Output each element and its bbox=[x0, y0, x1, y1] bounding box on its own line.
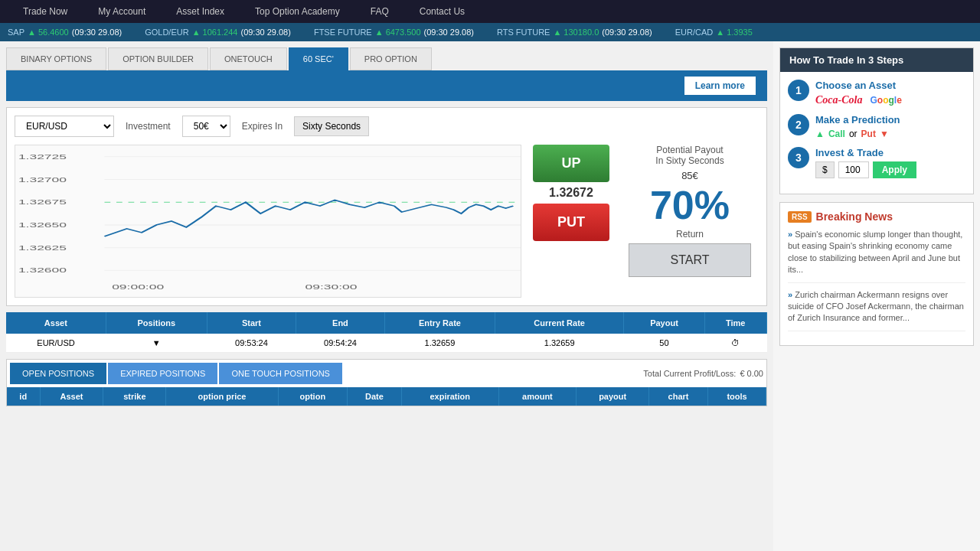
tab-open-positions[interactable]: OPEN POSITIONS bbox=[10, 363, 106, 384]
news-arrow-1: » bbox=[788, 230, 792, 239]
news-item-2: » Zurich chairman Ackermann resigns over… bbox=[788, 289, 965, 331]
profit-loss: Total Current Profit/Loss: € 0.00 bbox=[643, 369, 763, 378]
trading-area: EUR/USD Investment 50€ Expires In Sixty … bbox=[6, 107, 767, 306]
return-label: Return bbox=[676, 229, 704, 240]
ticker-sap: SAP ▲ 56.4600 (09:30 29.08) bbox=[8, 28, 122, 37]
put-text: Put bbox=[861, 129, 876, 139]
tab-onetouch[interactable]: ONETOUCH bbox=[210, 47, 287, 70]
ticker-rts: RTS FUTURE ▲ 130180.0 (09:30 29.08) bbox=[497, 28, 652, 37]
trade-buttons: UP 1.32672 PUT bbox=[529, 145, 613, 298]
top-nav: Trade Now My Account Asset Index Top Opt… bbox=[0, 0, 980, 23]
svg-text:1.32650: 1.32650 bbox=[18, 221, 67, 229]
main-tabs: BINARY OPTIONS OPTION BUILDER ONETOUCH 6… bbox=[6, 47, 767, 70]
put-button[interactable]: PUT bbox=[533, 204, 609, 241]
tab-binary-options[interactable]: BINARY OPTIONS bbox=[6, 47, 106, 70]
bottom-col-option-price: option price bbox=[166, 387, 279, 406]
bottom-col-asset: Asset bbox=[40, 387, 103, 406]
col-current-rate: Current Rate bbox=[495, 312, 623, 334]
apply-button[interactable]: Apply bbox=[873, 161, 916, 178]
bottom-col-chart: chart bbox=[649, 387, 708, 406]
ticker-ftse: FTSE FUTURE ▲ 6473.500 (09:30 29.08) bbox=[314, 28, 474, 37]
bottom-col-payout: payout bbox=[577, 387, 649, 406]
svg-text:1.32675: 1.32675 bbox=[18, 198, 67, 206]
bottom-col-expiration: expiration bbox=[401, 387, 498, 406]
tab-one-touch-positions[interactable]: ONE TOUCH POSITIONS bbox=[219, 363, 342, 384]
start-button[interactable]: START bbox=[629, 243, 751, 277]
row-position: ▼ bbox=[106, 334, 207, 353]
nav-asset-index[interactable]: Asset Index bbox=[176, 6, 224, 17]
expires-value: Sixty Seconds bbox=[294, 116, 369, 136]
table-row: EUR/USD ▼ 09:53:24 09:54:24 1.32659 1.32… bbox=[6, 334, 767, 353]
tab-60sec[interactable]: 60 SEC' bbox=[289, 47, 348, 70]
nav-contact[interactable]: Contact Us bbox=[420, 6, 465, 17]
nav-academy[interactable]: Top Option Academy bbox=[255, 6, 340, 17]
how-to-trade: How To Trade In 3 Steps 1 Choose an Asse… bbox=[779, 47, 974, 194]
expires-label: Expires In bbox=[242, 121, 283, 132]
step-2-content: Make a Prediction ▲ Call or Put ▼ bbox=[815, 114, 965, 139]
rss-icon: RSS bbox=[788, 211, 812, 223]
coca-cola-logo: Coca-Cola bbox=[815, 94, 862, 106]
svg-text:09:30:00: 09:30:00 bbox=[305, 283, 358, 291]
step-1: 1 Choose an Asset Coca-Cola Google bbox=[788, 80, 965, 106]
bottom-section: OPEN POSITIONS EXPIRED POSITIONS ONE TOU… bbox=[6, 359, 767, 406]
prediction-row: ▲ Call or Put ▼ bbox=[815, 129, 965, 139]
nav-my-account[interactable]: My Account bbox=[98, 6, 145, 17]
nav-trade-now[interactable]: Trade Now bbox=[23, 6, 67, 17]
invest-row: $ 100 Apply bbox=[815, 161, 965, 178]
row-start: 09:53:24 bbox=[207, 334, 296, 353]
dollar-box: $ bbox=[815, 161, 835, 178]
up-button[interactable]: UP bbox=[533, 145, 609, 182]
ticker-gold: GOLD/EUR ▲ 1061.244 (09:30 29.08) bbox=[145, 28, 291, 37]
step-3: 3 Invest & Trade $ 100 Apply bbox=[788, 147, 965, 178]
step-2: 2 Make a Prediction ▲ Call or Put ▼ bbox=[788, 114, 965, 139]
bottom-col-tools: tools bbox=[708, 387, 766, 406]
step-3-number: 3 bbox=[788, 147, 809, 168]
tab-option-builder[interactable]: OPTION BUILDER bbox=[108, 47, 208, 70]
investment-label: Investment bbox=[126, 121, 171, 132]
step-2-title: Make a Prediction bbox=[815, 114, 965, 126]
news-title-row: RSS Breaking News bbox=[788, 210, 965, 223]
step-1-content: Choose an Asset Coca-Cola Google bbox=[815, 80, 965, 106]
amount-box: 100 bbox=[838, 161, 869, 178]
svg-text:09:00:00: 09:00:00 bbox=[112, 283, 164, 291]
col-time: Time bbox=[704, 312, 766, 334]
put-arrow-icon: ▼ bbox=[880, 129, 889, 139]
nav-faq[interactable]: FAQ bbox=[371, 6, 389, 17]
step-2-number: 2 bbox=[788, 114, 809, 135]
col-end: End bbox=[296, 312, 384, 334]
bottom-col-strike: strike bbox=[103, 387, 166, 406]
or-text: or bbox=[849, 129, 858, 139]
google-logo: Google bbox=[870, 95, 901, 106]
return-percentage: 70% bbox=[650, 185, 730, 225]
row-asset: EUR/USD bbox=[6, 334, 106, 353]
col-entry-rate: Entry Rate bbox=[384, 312, 495, 334]
svg-text:1.32600: 1.32600 bbox=[18, 266, 67, 274]
step-1-title: Choose an Asset bbox=[815, 80, 965, 91]
position-tabs: OPEN POSITIONS EXPIRED POSITIONS ONE TOU… bbox=[10, 363, 344, 384]
bottom-col-date: Date bbox=[347, 387, 401, 406]
call-text: Call bbox=[828, 129, 845, 139]
asset-select[interactable]: EUR/USD bbox=[15, 116, 114, 137]
step-1-number: 1 bbox=[788, 80, 809, 101]
brand-logos: Coca-Cola Google bbox=[815, 94, 965, 106]
trading-controls: EUR/USD Investment 50€ Expires In Sixty … bbox=[15, 116, 759, 137]
chart-buttons-payout: 1.32725 1.32700 1.32675 1.32650 1.32625 … bbox=[15, 145, 759, 298]
tab-expired-positions[interactable]: EXPIRED POSITIONS bbox=[108, 363, 217, 384]
investment-select[interactable]: 50€ bbox=[182, 116, 230, 137]
row-entry-rate: 1.32659 bbox=[384, 334, 495, 353]
payout-title: Potential Payout In Sixty Seconds bbox=[655, 145, 724, 166]
news-item-1: » Spain's economic slump longer than tho… bbox=[788, 229, 965, 283]
bottom-col-amount: amount bbox=[498, 387, 577, 406]
row-current-rate: 1.32659 bbox=[495, 334, 623, 353]
svg-text:1.32625: 1.32625 bbox=[18, 243, 67, 251]
banner: Learn more bbox=[6, 70, 767, 101]
col-start: Start bbox=[207, 312, 296, 334]
tab-pro-option[interactable]: PRO OPTION bbox=[350, 47, 432, 70]
col-asset: Asset bbox=[6, 312, 106, 334]
bottom-header: OPEN POSITIONS EXPIRED POSITIONS ONE TOU… bbox=[7, 360, 766, 387]
call-arrow-icon: ▲ bbox=[815, 129, 825, 139]
svg-text:1.32725: 1.32725 bbox=[18, 152, 67, 160]
positions-table: Asset Positions Start End Entry Rate Cur… bbox=[6, 312, 767, 353]
ticker-eurcad: EUR/CAD ▲ 1.3935 bbox=[675, 28, 753, 37]
learn-more-button[interactable]: Learn more bbox=[684, 77, 756, 95]
